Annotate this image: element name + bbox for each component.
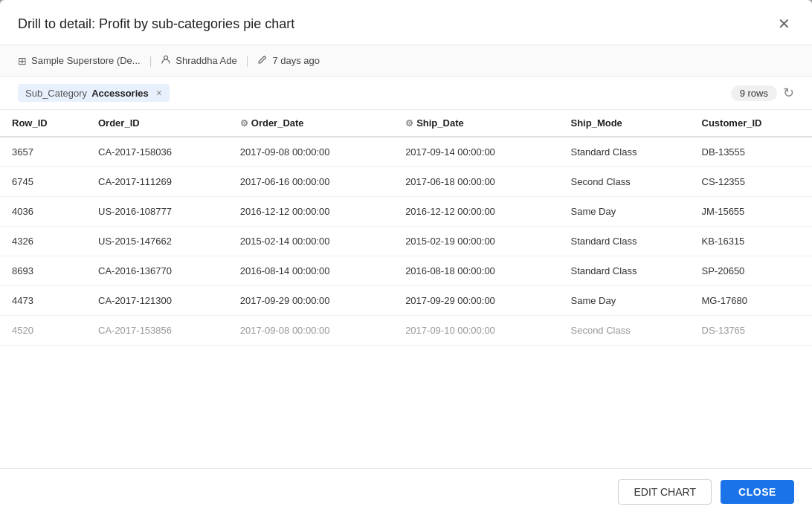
table-row: 3657CA-2017-1580362017-09-08 00:00:00201… [0,137,812,167]
col-header-ship-date: ⚙Ship_Date [393,110,558,137]
row-id-cell: 8693 [0,256,86,286]
filter-remove-button[interactable]: × [156,87,162,99]
order-id-cell: CA-2017-121300 [86,286,228,316]
table-header-row: Row_ID Order_ID ⚙Order_Date ⚙Ship_Date S… [0,110,812,137]
col-header-ship-mode: Ship_Mode [559,110,690,137]
col-header-order-date: ⚙Order_Date [228,110,393,137]
row-id-cell: 3657 [0,137,86,167]
order-date-cell: 2015-02-14 00:00:00 [228,227,393,256]
modal-close-icon-button[interactable]: ✕ [773,13,794,34]
order-id-cell: US-2015-147662 [86,227,228,256]
timestamp-label: 7 days ago [272,55,320,66]
order-id-cell: CA-2017-158036 [86,137,228,167]
row-id-cell: 4473 [0,286,86,316]
customer-id-cell: DB-13555 [690,137,812,167]
filter-tag-value: Accessories [91,88,149,99]
col-header-customer-id: Customer_ID [690,110,812,137]
close-x-icon: ✕ [778,15,790,33]
col-header-order-id: Order_ID [86,110,228,137]
row-count-area: 9 rows ↻ [731,85,794,101]
meta-sep-1: | [149,55,152,67]
col-header-row-id: Row_ID [0,110,86,137]
table-row: 4473CA-2017-1213002017-09-29 00:00:00201… [0,286,812,316]
table-row: 6745CA-2017-1112692017-06-16 00:00:00201… [0,167,812,197]
meta-sep-2: | [246,55,249,67]
customer-id-cell: SP-20650 [690,256,812,286]
ship-date-cell: 2017-06-18 00:00:00 [393,167,558,197]
ship-date-cell: 2016-08-18 00:00:00 [393,256,558,286]
datasource-meta: ⊞ Sample Superstore (De... [18,55,141,67]
customer-id-cell: JM-15655 [690,197,812,227]
filter-row: Sub_Category Accessories × 9 rows ↻ [0,77,812,110]
filter-key: Sub_Category [25,88,87,99]
svg-point-0 [164,56,168,59]
edit-icon [257,54,268,67]
datasource-label: Sample Superstore (De... [31,55,141,66]
footer-bar: EDIT CHART CLOSE [0,468,812,515]
row-count-badge: 9 rows [731,85,777,101]
close-button[interactable]: CLOSE [721,480,794,504]
data-table: Row_ID Order_ID ⚙Order_Date ⚙Ship_Date S… [0,110,812,346]
ship-mode-cell: Standard Class [559,137,690,167]
refresh-icon[interactable]: ↻ [783,85,794,101]
timestamp-meta: 7 days ago [257,54,320,67]
table-row: 4326US-2015-1476622015-02-14 00:00:00201… [0,227,812,256]
order-date-cell: 2016-08-14 00:00:00 [228,256,393,286]
ship-mode-cell: Standard Class [559,256,690,286]
ship-date-cell: 2017-09-10 00:00:00 [393,316,558,346]
order-date-cell: 2016-12-12 00:00:00 [228,197,393,227]
order-id-cell: US-2016-108777 [86,197,228,227]
ship-date-cell: 2015-02-19 00:00:00 [393,227,558,256]
ship-date-cell: 2017-09-29 00:00:00 [393,286,558,316]
ship-mode-cell: Same Day [559,286,690,316]
user-label: Shraddha Ade [175,55,236,66]
ship-date-cell: 2017-09-14 00:00:00 [393,137,558,167]
ship-date-col-icon: ⚙ [405,118,413,129]
modal-overlay: Drill to detail: Profit by sub-categorie… [0,0,812,515]
customer-id-cell: KB-16315 [690,227,812,256]
order-id-cell: CA-2017-111269 [86,167,228,197]
table-row: 4520CA-2017-1538562017-09-08 00:00:00201… [0,316,812,346]
user-icon [161,54,171,67]
filter-tag: Sub_Category Accessories × [18,84,170,102]
user-meta: Shraddha Ade [161,54,236,67]
order-id-cell: CA-2017-153856 [86,316,228,346]
row-id-cell: 4326 [0,227,86,256]
table-row: 8693CA-2016-1367702016-08-14 00:00:00201… [0,256,812,286]
customer-id-cell: MG-17680 [690,286,812,316]
modal-header: Drill to detail: Profit by sub-categorie… [0,0,812,45]
row-id-cell: 6745 [0,167,86,197]
ship-mode-cell: Standard Class [559,227,690,256]
modal: Drill to detail: Profit by sub-categorie… [0,0,812,515]
order-date-cell: 2017-06-16 00:00:00 [228,167,393,197]
modal-title: Drill to detail: Profit by sub-categorie… [18,16,294,32]
data-table-container[interactable]: Row_ID Order_ID ⚙Order_Date ⚙Ship_Date S… [0,110,812,468]
ship-mode-cell: Second Class [559,167,690,197]
row-id-cell: 4520 [0,316,86,346]
ship-date-cell: 2016-12-12 00:00:00 [393,197,558,227]
order-date-cell: 2017-09-29 00:00:00 [228,286,393,316]
customer-id-cell: CS-12355 [690,167,812,197]
ship-mode-cell: Second Class [559,316,690,346]
meta-bar: ⊞ Sample Superstore (De... | Shraddha Ad… [0,45,812,77]
order-date-col-icon: ⚙ [240,118,248,129]
order-id-cell: CA-2016-136770 [86,256,228,286]
table-row: 4036US-2016-1087772016-12-12 00:00:00201… [0,197,812,227]
ship-mode-cell: Same Day [559,197,690,227]
customer-id-cell: DS-13765 [690,316,812,346]
datasource-icon: ⊞ [18,55,27,67]
order-date-cell: 2017-09-08 00:00:00 [228,137,393,167]
row-id-cell: 4036 [0,197,86,227]
edit-chart-button[interactable]: EDIT CHART [618,479,712,505]
order-date-cell: 2017-09-08 00:00:00 [228,316,393,346]
